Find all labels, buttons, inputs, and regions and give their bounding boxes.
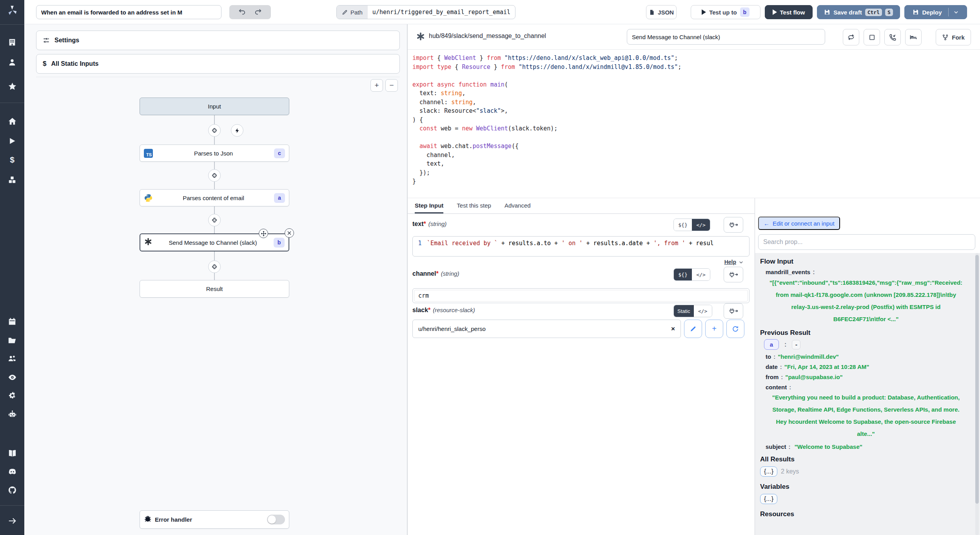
collapse-button[interactable]: - (792, 340, 800, 349)
delete-step-button[interactable] (285, 228, 294, 238)
json-button[interactable]: JSON (646, 5, 677, 19)
flow-node-parses-to-json[interactable]: TS Parses to Json c (140, 145, 289, 162)
favorites-star-icon[interactable] (7, 81, 17, 91)
settings-gear-icon[interactable] (7, 390, 17, 400)
channel-input[interactable] (414, 290, 748, 302)
groups-icon[interactable] (7, 354, 17, 363)
test-up-to-button[interactable]: Test up to b (691, 5, 760, 19)
suspend-button[interactable] (884, 29, 901, 45)
fork-button[interactable]: Fork (936, 29, 971, 45)
retries-button[interactable] (843, 29, 859, 45)
sleep-button[interactable] (905, 29, 922, 45)
graph-divider (36, 77, 400, 77)
code-editor[interactable]: import { WebClient } from "https://deno.… (408, 50, 980, 198)
workspace-icon[interactable] (7, 38, 17, 47)
result-kv-row[interactable]: date:"Fri, Apr 14, 2023 at 10:28 AM" (766, 363, 972, 370)
insert-step-button[interactable] (208, 214, 221, 226)
all-static-inputs-button[interactable]: $ All Static Inputs (36, 54, 400, 74)
move-step-handle[interactable] (259, 229, 268, 238)
button-divider (948, 8, 949, 16)
plug-arrow-icon (729, 221, 738, 229)
add-resource-button[interactable]: + (705, 320, 723, 338)
help-link[interactable]: Help (724, 259, 744, 265)
all-results-object-chip[interactable]: {...} (760, 466, 777, 477)
mandrill-events-row[interactable]: mandrill_events: (766, 269, 972, 276)
discord-icon[interactable] (7, 467, 17, 476)
content-value[interactable]: "Everything you need to build a product:… (762, 391, 969, 440)
tab-advanced[interactable]: Advanced (505, 198, 531, 213)
zoom-in-button[interactable]: + (370, 79, 383, 92)
folders-icon[interactable] (7, 336, 17, 345)
flow-path-chip[interactable]: Path u/henri/triggered_by_email_report_e… (336, 5, 515, 19)
user-icon[interactable] (7, 58, 17, 67)
test-flow-button[interactable]: Test flow (765, 5, 813, 19)
insert-step-button[interactable] (208, 124, 221, 137)
result-kv-row[interactable]: from:"paul@supabase.io" (766, 374, 972, 380)
runs-play-icon[interactable] (7, 136, 17, 146)
schedules-calendar-icon[interactable] (7, 317, 17, 326)
insert-step-button[interactable] (208, 260, 221, 273)
sidebar-scrollbar-thumb[interactable] (975, 255, 979, 504)
flow-node-input[interactable]: Input (140, 98, 289, 115)
audit-eye-icon[interactable] (7, 372, 17, 382)
flow-settings-button[interactable]: Settings (36, 31, 400, 50)
previous-result-root-row: a : - (764, 339, 972, 350)
step-a-chip[interactable]: a (764, 339, 779, 350)
expand-arrow-icon[interactable] (7, 516, 17, 526)
search-prop-input[interactable] (758, 234, 975, 250)
clear-resource-icon[interactable]: × (671, 325, 675, 333)
channel-input-wrapper (412, 288, 750, 303)
chevron-down-icon[interactable] (953, 9, 959, 15)
line-number: 1 (413, 240, 427, 247)
refresh-icon (732, 325, 739, 333)
step-title-input[interactable] (627, 29, 825, 45)
variables-dollar-icon[interactable]: $ (7, 155, 17, 164)
template-mode-option[interactable]: ${} (674, 269, 692, 280)
flow-node-parses-content[interactable]: Parses content of email a (140, 189, 289, 206)
variables-object-chip[interactable]: {...} (760, 494, 777, 504)
code-mode-option[interactable]: </> (692, 269, 710, 280)
undo-icon[interactable] (238, 8, 246, 17)
tab-step-input[interactable]: Step Input (415, 198, 443, 213)
edit-resource-button[interactable] (684, 320, 702, 338)
tab-test-this-step[interactable]: Test this step (457, 198, 491, 213)
subject-row[interactable]: subject: "Welcome to Supabase" (766, 443, 972, 450)
code-block: import { WebClient } from "https://deno.… (412, 54, 681, 186)
code-mode-option[interactable]: </> (694, 305, 712, 317)
windmill-logo-icon[interactable] (6, 4, 18, 16)
pencil-icon (342, 9, 348, 15)
text-expression-editor[interactable]: 1 `Email received by ` + results.a.to + … (412, 236, 750, 257)
all-results-row: {...} 2 keys (760, 466, 972, 477)
step-id-badge: b (274, 238, 285, 248)
error-handler-toggle[interactable] (267, 515, 285, 524)
template-mode-option[interactable]: ${} (674, 219, 692, 231)
save-draft-button[interactable]: Save draft Ctrl S (817, 5, 900, 19)
mandrill-events-value[interactable]: "[{"event":"inbound","ts":1683819426,"ms… (762, 277, 969, 325)
flow-node-result[interactable]: Result (140, 280, 289, 298)
insert-step-button[interactable] (208, 169, 221, 182)
result-kv-row[interactable]: to:"henri@windmill.dev" (766, 353, 972, 360)
error-handler-node[interactable]: Error handler (140, 510, 289, 529)
slack-resource-picker[interactable]: u/henri/henri_slack_perso × (412, 320, 681, 338)
slack-connect-plug-button[interactable] (724, 303, 743, 319)
test-up-to-step-badge: b (740, 7, 750, 17)
home-icon[interactable] (7, 116, 17, 126)
early-stop-button[interactable] (864, 29, 880, 45)
edit-or-connect-button[interactable]: ← Edit or connect an input (758, 217, 840, 230)
trigger-bolt-button[interactable] (231, 124, 243, 137)
flow-title-input[interactable] (36, 5, 221, 19)
previous-result-rows: to:"henri@windmill.dev"date:"Fri, Apr 14… (760, 353, 972, 380)
resources-boxes-icon[interactable] (7, 175, 17, 184)
redo-icon[interactable] (254, 8, 262, 17)
workers-robot-icon[interactable] (7, 409, 17, 419)
text-connect-plug-button[interactable] (724, 217, 743, 233)
deploy-button[interactable]: Deploy (904, 5, 967, 19)
github-icon[interactable] (7, 485, 17, 495)
docs-book-icon[interactable] (7, 448, 17, 458)
channel-connect-plug-button[interactable] (724, 267, 743, 282)
zoom-out-button[interactable]: − (385, 79, 398, 92)
content-row[interactable]: content: (766, 384, 972, 390)
refresh-resource-button[interactable] (726, 320, 744, 338)
static-mode-option[interactable]: Static (674, 305, 694, 317)
code-mode-option[interactable]: </> (692, 219, 710, 231)
